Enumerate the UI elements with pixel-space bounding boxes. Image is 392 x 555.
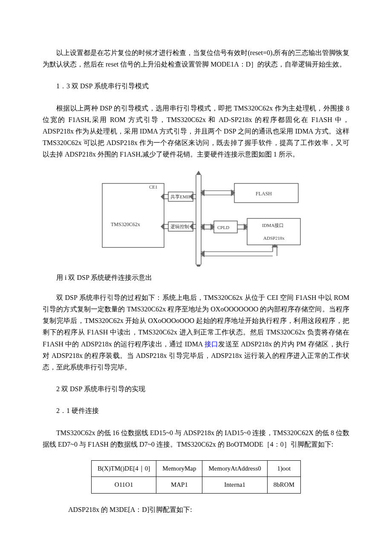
share-emif-label: 共享EMIF <box>170 194 191 199</box>
table-row: B(X)TM()DE[4｜0] MemoryMap MemoryAtAddres… <box>92 460 301 477</box>
svg-rect-4 <box>102 183 164 247</box>
tms-label: TMS320C62x <box>111 221 140 227</box>
table-cell: B(X)TM()DE[4｜0] <box>92 460 156 477</box>
diagram-caption: 用 i 双 DSP 系统硬件连接示意出 <box>43 272 349 283</box>
arrow-icon <box>200 189 235 196</box>
interface-link[interactable]: 接口 <box>205 340 219 348</box>
paragraph-boot-mode: 根据以上两种 DSP 的引导模式，选用串行引导模式，即把 TMS320C62x … <box>43 102 349 160</box>
paragraph-mode-config: ADSP218x 的 M3DE[A：D]引脚配置如下: <box>68 504 349 515</box>
heading-2-1: 2．1 硬件连接 <box>43 405 349 416</box>
table-row: O11O1 MAP1 Interna1 8bROM <box>92 477 301 494</box>
heading-2: 2 双 DSP 系统串行引导的实现 <box>43 383 349 395</box>
table-cell: 1)oot <box>267 460 300 477</box>
arrow-icon <box>200 224 215 230</box>
idma-label: IDMA接口 <box>262 223 284 228</box>
paragraph-hw-connect: TMS320C62x 的低 16 位数据线 ED15~0 与 ADSP218x … <box>43 427 349 450</box>
table-cell: MemoryAtAddress0 <box>202 460 267 477</box>
flash-label: FLASH <box>256 191 272 197</box>
table-cell: 8bROM <box>267 477 300 494</box>
arrow-icon <box>237 224 248 230</box>
text-segment: 双 DSP 系统串行引导的过程如下：系统上电后，TMS320C62x 从位于 C… <box>43 294 349 348</box>
ce1-label: CE1 <box>149 184 158 189</box>
table-cell: MAP1 <box>156 477 202 494</box>
svg-marker-2 <box>196 171 201 175</box>
table-cell: O11O1 <box>92 477 156 494</box>
logic-ctrl-label: 逻辑控制 <box>170 224 189 229</box>
document-page: 以上设置都是在芯片复位的时候才进行检查，当复位信号有效时(reset=0),所有… <box>0 0 392 555</box>
table-cell: Interna1 <box>202 477 267 494</box>
cpld-label: CPLD <box>217 225 229 230</box>
hardware-diagram: TMS320C62x CE1 共享EMIF 逻辑控制 <box>94 171 307 267</box>
heading-1-3: 1．3 双 DSP 系统串行引导模式 <box>43 80 349 92</box>
adsp-label: ADSP218x <box>263 235 285 241</box>
arrow-icon <box>200 244 278 257</box>
paragraph-boot-process: 双 DSP 系统串行引导的过程如下：系统上电后，TMS320C62x 从位于 C… <box>43 292 349 373</box>
table-cell: MemoryMap <box>156 460 202 477</box>
bootmode-table: B(X)TM()DE[4｜0] MemoryMap MemoryAtAddres… <box>91 460 301 494</box>
diagram-container: TMS320C62x CE1 共享EMIF 逻辑控制 <box>94 171 349 270</box>
paragraph-reset: 以上设置都是在芯片复位的时候才进行检查，当复位信号有效时(reset=0),所有… <box>43 47 349 70</box>
svg-marker-3 <box>196 264 201 267</box>
